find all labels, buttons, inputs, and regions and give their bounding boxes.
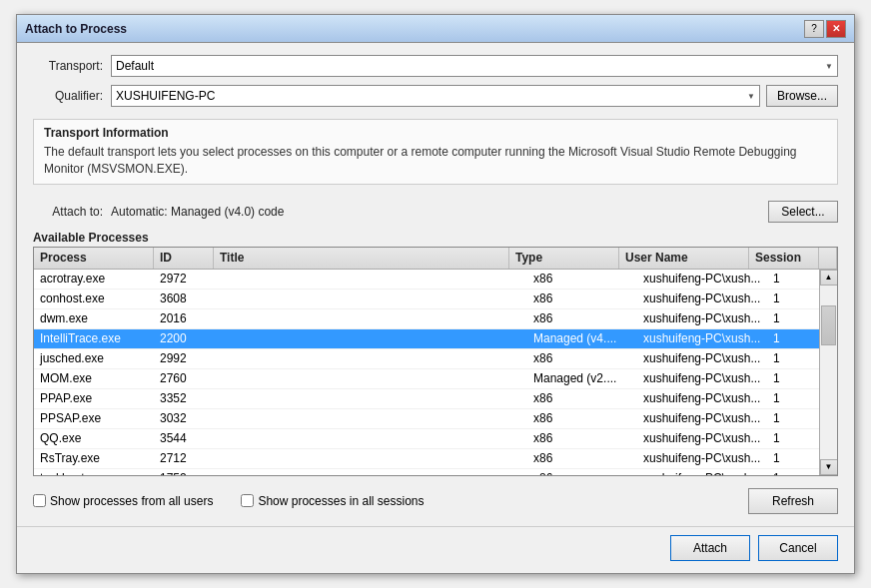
table-cell: Managed (v2.... xyxy=(527,369,637,388)
col-id: ID xyxy=(154,248,214,269)
qualifier-dropdown[interactable]: XUSHUIFENG-PC ▼ xyxy=(111,85,760,107)
table-row[interactable]: PPAP.exe3352x86xushuifeng-PC\xush...1 xyxy=(34,389,837,409)
dialog-content: Transport: Default ▼ Qualifier: XUSHUIFE… xyxy=(17,43,854,526)
show-all-sessions-label: Show processes in all sessions xyxy=(258,494,424,508)
show-all-sessions-checkbox[interactable]: Show processes in all sessions xyxy=(241,494,424,508)
transport-dropdown[interactable]: Default ▼ xyxy=(111,55,838,77)
col-username: User Name xyxy=(619,248,749,269)
table-cell: x86 xyxy=(527,349,637,368)
col-type: Type xyxy=(509,248,619,269)
scrollbar-down-button[interactable]: ▼ xyxy=(820,459,838,475)
attach-to-label: Attach to: xyxy=(33,205,103,219)
table-cell xyxy=(214,389,527,408)
col-process: Process xyxy=(34,248,154,269)
table-cell: IntelliTrace.exe xyxy=(34,329,154,348)
table-row[interactable]: dwm.exe2016x86xushuifeng-PC\xush...1 xyxy=(34,309,837,329)
scrollbar-track[interactable] xyxy=(820,286,837,459)
dialog-title: Attach to Process xyxy=(25,22,127,36)
table-cell xyxy=(214,449,527,468)
table-cell: xushuifeng-PC\xush... xyxy=(637,349,767,368)
table-cell xyxy=(214,369,527,388)
table-row[interactable]: PPSAP.exe3032x86xushuifeng-PC\xush...1 xyxy=(34,409,837,429)
table-cell: xushuifeng-PC\xush... xyxy=(637,270,767,289)
qualifier-label: Qualifier: xyxy=(33,89,103,103)
col-scrollbar-spacer xyxy=(819,248,837,269)
scrollbar-thumb[interactable] xyxy=(821,305,836,345)
show-all-sessions-input[interactable] xyxy=(241,494,254,507)
table-cell: 1752 xyxy=(154,469,214,475)
table-row[interactable]: QQ.exe3544x86xushuifeng-PC\xush...1 xyxy=(34,429,837,449)
scrollbar[interactable]: ▲ ▼ xyxy=(819,270,837,475)
table-cell: x86 xyxy=(527,449,637,468)
process-table-body[interactable]: acrotray.exe2972x86xushuifeng-PC\xush...… xyxy=(34,270,837,475)
table-cell: x86 xyxy=(527,409,637,428)
table-cell: xushuifeng-PC\xush... xyxy=(637,329,767,348)
help-button[interactable]: ? xyxy=(804,20,824,38)
process-table-header: Process ID Title Type User Name Session xyxy=(34,248,837,270)
table-row[interactable]: IntelliTrace.exe2200Managed (v4....xushu… xyxy=(34,329,837,349)
footer: Attach Cancel xyxy=(17,526,854,573)
qualifier-row: Qualifier: XUSHUIFENG-PC ▼ Browse... xyxy=(33,85,838,107)
show-all-users-checkbox[interactable]: Show processes from all users xyxy=(33,494,213,508)
table-cell: xushuifeng-PC\xush... xyxy=(637,469,767,475)
col-title: Title xyxy=(214,248,509,269)
close-button[interactable]: ✕ xyxy=(826,20,846,38)
table-cell: xushuifeng-PC\xush... xyxy=(637,309,767,328)
table-cell: xushuifeng-PC\xush... xyxy=(637,290,767,308)
transport-info-box: Transport Information The default transp… xyxy=(33,119,838,185)
attach-to-row: Attach to: Automatic: Managed (v4.0) cod… xyxy=(33,201,838,223)
table-cell: xushuifeng-PC\xush... xyxy=(637,429,767,448)
available-processes-title: Available Processes xyxy=(33,231,838,245)
table-cell: RsTray.exe xyxy=(34,449,154,468)
show-all-users-input[interactable] xyxy=(33,494,46,507)
scrollbar-up-button[interactable]: ▲ xyxy=(820,270,838,286)
table-cell xyxy=(214,349,527,368)
table-cell: taskhost.exe xyxy=(34,469,154,475)
table-cell: x86 xyxy=(527,389,637,408)
transport-info-text: The default transport lets you select pr… xyxy=(44,144,827,178)
table-cell: 2760 xyxy=(154,369,214,388)
refresh-button[interactable]: Refresh xyxy=(748,488,838,514)
available-processes-section: Available Processes Process ID Title Typ… xyxy=(33,231,838,476)
table-cell: x86 xyxy=(527,290,637,308)
process-table: Process ID Title Type User Name Session … xyxy=(33,247,838,476)
table-cell: 2992 xyxy=(154,349,214,368)
cancel-button[interactable]: Cancel xyxy=(758,535,838,561)
table-cell xyxy=(214,290,527,308)
table-cell: dwm.exe xyxy=(34,309,154,328)
attach-to-process-dialog: Attach to Process ? ✕ Transport: Default… xyxy=(16,14,855,574)
transport-row: Transport: Default ▼ xyxy=(33,55,838,77)
title-bar: Attach to Process ? ✕ xyxy=(17,15,854,43)
table-cell: Managed (v4.... xyxy=(527,329,637,348)
table-cell xyxy=(214,270,527,289)
table-cell: QQ.exe xyxy=(34,429,154,448)
table-row[interactable]: acrotray.exe2972x86xushuifeng-PC\xush...… xyxy=(34,270,837,290)
table-row[interactable]: conhost.exe3608x86xushuifeng-PC\xush...1 xyxy=(34,290,837,309)
attach-to-value: Automatic: Managed (v4.0) code xyxy=(111,205,760,219)
table-cell: 2200 xyxy=(154,329,214,348)
table-row[interactable]: RsTray.exe2712x86xushuifeng-PC\xush...1 xyxy=(34,449,837,469)
transport-label: Transport: xyxy=(33,59,103,73)
table-row[interactable]: MOM.exe2760Managed (v2....xushuifeng-PC\… xyxy=(34,369,837,389)
table-cell xyxy=(214,429,527,448)
table-cell: x86 xyxy=(527,309,637,328)
table-cell: x86 xyxy=(527,429,637,448)
col-session: Session xyxy=(749,248,819,269)
table-cell: acrotray.exe xyxy=(34,270,154,289)
table-cell: MOM.exe xyxy=(34,369,154,388)
show-all-users-label: Show processes from all users xyxy=(50,494,213,508)
browse-button[interactable]: Browse... xyxy=(766,85,838,107)
table-row[interactable]: jusched.exe2992x86xushuifeng-PC\xush...1 xyxy=(34,349,837,369)
transport-value: Default xyxy=(116,59,154,73)
bottom-controls-row: Show processes from all users Show proce… xyxy=(33,488,838,514)
table-cell: PPSAP.exe xyxy=(34,409,154,428)
attach-button[interactable]: Attach xyxy=(670,535,750,561)
table-cell xyxy=(214,329,527,348)
table-cell: x86 xyxy=(527,469,637,475)
table-cell: 2712 xyxy=(154,449,214,468)
select-button[interactable]: Select... xyxy=(768,201,838,223)
transport-dropdown-arrow: ▼ xyxy=(825,62,833,71)
table-row[interactable]: taskhost.exe1752x86xushuifeng-PC\xush...… xyxy=(34,469,837,475)
table-cell: xushuifeng-PC\xush... xyxy=(637,389,767,408)
table-cell: 2972 xyxy=(154,270,214,289)
